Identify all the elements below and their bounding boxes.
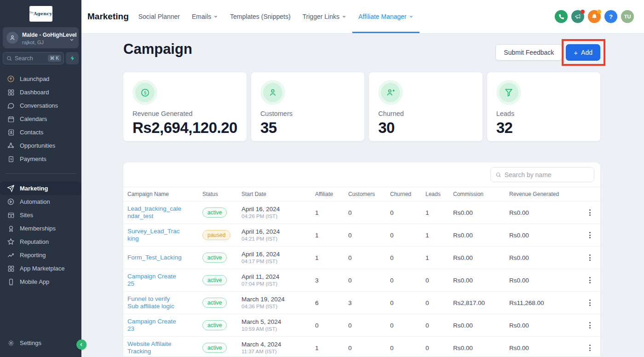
tab-social-planner[interactable]: Social Planner	[132, 0, 186, 33]
row-actions-menu[interactable]	[585, 230, 594, 240]
funnel-icon	[499, 83, 518, 102]
chat-bubble-icon	[7, 102, 15, 109]
tab-emails[interactable]: Emails	[186, 0, 224, 33]
col-affiliate: Affiliate	[315, 191, 348, 197]
megaphone-icon	[575, 13, 581, 20]
table-search[interactable]	[490, 167, 594, 182]
calendar-icon	[7, 115, 15, 123]
sidebar-item-dashboard[interactable]: Dashboard	[0, 86, 81, 99]
sidebar-item-reporting[interactable]: Reporting	[0, 248, 81, 262]
cell-churned: 0	[390, 209, 426, 217]
sidebar-collapse-button[interactable]	[76, 340, 86, 350]
cell-commission: Rs0.00	[453, 322, 509, 329]
payments-icon: $	[7, 155, 15, 163]
announcements-button[interactable]	[571, 10, 584, 23]
stat-label: Customers	[260, 110, 355, 117]
col-leads: Leads	[426, 191, 453, 197]
chevron-left-icon	[79, 342, 84, 347]
row-actions-menu[interactable]	[585, 207, 594, 218]
cell-commission: Rs0.00	[453, 209, 509, 217]
sidebar-item-conversations[interactable]: Conversations	[0, 99, 81, 112]
sidebar-item-mobile-app[interactable]: Mobile App	[0, 275, 81, 288]
svg-text:$: $	[144, 90, 146, 95]
status-badge: active	[202, 253, 227, 263]
trend-line-icon	[7, 251, 15, 259]
status-badge: paused	[202, 230, 230, 240]
cell-churned: 0	[390, 344, 426, 352]
sidebar-item-memberships[interactable]: Memberships	[0, 222, 81, 235]
submit-feedback-button[interactable]: Submit Feedback	[495, 44, 562, 61]
cell-leads: 1	[426, 254, 453, 262]
help-button[interactable]: ?	[604, 10, 617, 23]
opportunities-icon	[7, 142, 15, 150]
campaign-name-link[interactable]: Campaign Create 23	[127, 318, 183, 333]
status-badge: active	[202, 298, 227, 308]
sidebar-item-contacts[interactable]: Contacts	[0, 126, 81, 139]
campaign-name-link[interactable]: Funnel to verify Sub affiliate logic	[127, 295, 183, 310]
cell-revenue: Rs0.00	[509, 231, 581, 239]
table-row: Form_Test_Lacking active April 16, 20240…	[123, 247, 600, 269]
sidebar-item-launchpad[interactable]: Launchpad	[0, 72, 81, 86]
ai-assistant-button[interactable]	[66, 52, 79, 64]
stat-card-revenue: $ Revenue Generated Rs2,694,120.20	[123, 72, 247, 141]
sidebar-item-app-marketplace[interactable]: App Marketplace	[0, 262, 81, 275]
account-location: rajkot, GJ	[22, 40, 65, 45]
campaign-name-link[interactable]: Lead_tracking_calendar_test	[127, 205, 183, 220]
table-search-input[interactable]	[505, 171, 589, 178]
cell-start-date: March 4, 202411:37 AM (IST)	[242, 340, 315, 355]
campaign-name-link[interactable]: Survey_Lead_Tracking	[127, 228, 183, 242]
cell-affiliate: 1	[315, 254, 348, 262]
stat-value: 32	[496, 119, 591, 137]
sidebar-divider	[6, 173, 76, 174]
sidebar-item-calendars[interactable]: Calendars	[0, 112, 81, 126]
sidebar-item-opportunities[interactable]: Opportunities	[0, 139, 81, 152]
chevron-down-icon	[342, 14, 346, 19]
sidebar-item-payments[interactable]: $ Payments	[0, 152, 81, 166]
table-row: Campaign Create 25 active April 11, 2024…	[123, 269, 600, 292]
row-actions-menu[interactable]	[585, 343, 594, 353]
page-content: Campaign Submit Feedback + Add $ Revenue…	[81, 34, 644, 357]
cell-customers: 0	[348, 254, 390, 262]
campaign-name-link[interactable]: Form_Test_Lacking	[127, 254, 182, 261]
sidebar-item-marketing[interactable]: Marketing	[0, 182, 81, 195]
add-campaign-button[interactable]: + Add	[566, 44, 600, 61]
chevron-updown-icon	[69, 33, 75, 42]
phone-icon	[558, 14, 564, 20]
star-icon	[7, 238, 15, 246]
cell-churned: 0	[390, 276, 426, 284]
campaign-name-link[interactable]: Campaign Create 25	[127, 273, 183, 288]
tab-affiliate-manager[interactable]: Affiliate Manager	[352, 0, 420, 33]
sidebar-item-settings[interactable]: Settings	[0, 336, 81, 350]
cell-start-date: March 19, 202404:36 PM (IST)	[242, 295, 315, 310]
cell-affiliate: 0	[315, 322, 348, 329]
cell-revenue: Rs0.00	[509, 209, 581, 217]
sidebar-item-sites[interactable]: Sites	[0, 208, 81, 222]
row-actions-menu[interactable]	[585, 320, 594, 330]
sidebar-item-reputation[interactable]: Reputation	[0, 235, 81, 248]
cell-start-date: March 5, 202410:59 AM (IST)	[242, 318, 315, 333]
cell-customers: 0	[348, 322, 390, 329]
cell-revenue: Rs11,268.00	[509, 299, 581, 307]
cell-leads: 0	[426, 322, 453, 329]
notifications-button[interactable]	[588, 10, 601, 23]
phone-button[interactable]	[555, 10, 568, 23]
row-actions-menu[interactable]	[585, 298, 594, 308]
row-actions-menu[interactable]	[585, 253, 594, 263]
topnav-actions: ? TU	[555, 10, 644, 23]
cell-revenue: Rs0.00	[509, 322, 581, 329]
cell-revenue: Rs0.00	[509, 344, 581, 352]
smartphone-icon	[7, 278, 15, 286]
campaign-name-link[interactable]: Website Affilaite Tracking	[127, 340, 183, 355]
tab-templates-snippets[interactable]: Templates (Snippets)	[224, 0, 297, 33]
row-actions-menu[interactable]	[585, 275, 594, 285]
tab-trigger-links[interactable]: Trigger Links	[297, 0, 352, 33]
paper-plane-icon	[7, 184, 15, 192]
stat-label: Leads	[496, 110, 591, 117]
sidebar-search-input[interactable]: Search ⌘ K	[3, 52, 64, 64]
status-badge: active	[202, 207, 227, 218]
table-row: Website Affilaite Tracking active March …	[123, 337, 600, 357]
stat-label: Churned	[378, 110, 473, 117]
user-avatar[interactable]: TU	[621, 10, 634, 23]
sidebar-item-automation[interactable]: Automation	[0, 195, 81, 208]
location-switcher[interactable]: Malde - GoHighLevel rajkot, GJ	[3, 27, 79, 48]
